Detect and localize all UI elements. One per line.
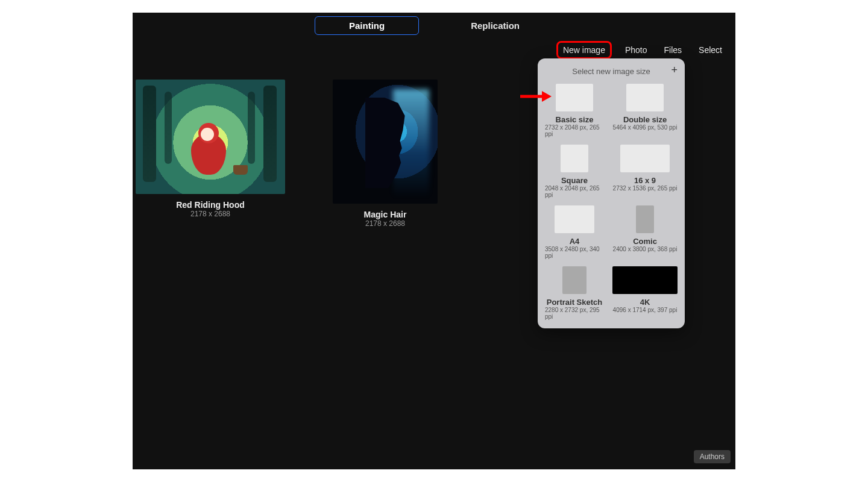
size-dimensions: 2280 x 2732 px, 295 ppi — [545, 307, 604, 320]
size-option[interactable]: Portrait Sketch2280 x 2732 px, 295 ppi — [545, 266, 604, 320]
size-option[interactable]: Basic size2732 x 2048 px, 265 ppi — [545, 84, 604, 137]
new-image-button[interactable]: New image — [556, 41, 612, 59]
size-label: Square — [561, 176, 588, 185]
size-option[interactable]: Comic2400 x 3800 px, 368 ppi — [612, 205, 678, 259]
size-swatch — [555, 205, 594, 233]
add-custom-size-button[interactable]: + — [671, 64, 678, 75]
gallery-item[interactable]: Red Riding Hood 2178 x 2688 — [135, 80, 286, 228]
gallery-item[interactable]: Magic Hair 2178 x 2688 — [310, 80, 461, 228]
size-swatch — [561, 145, 588, 172]
size-dimensions: 4096 x 1714 px, 397 ppi — [613, 307, 678, 313]
popover-title: Select new image size — [572, 67, 650, 76]
size-swatch — [562, 266, 587, 294]
gallery-item-title: Magic Hair — [364, 210, 407, 219]
gallery-thumbnail — [333, 80, 438, 204]
authors-button[interactable]: Authors — [694, 450, 731, 463]
size-swatch — [620, 145, 670, 172]
size-swatch — [636, 205, 654, 233]
size-dimensions: 5464 x 4096 px, 530 ppi — [613, 124, 678, 131]
gallery-thumbnail — [136, 80, 285, 194]
gallery-item-dimensions: 2178 x 2688 — [365, 219, 405, 228]
size-label: Comic — [633, 237, 657, 246]
size-label: Double size — [623, 115, 667, 124]
size-option[interactable]: 16 x 92732 x 1536 px, 265 ppi — [612, 145, 678, 198]
photo-button[interactable]: Photo — [621, 43, 651, 57]
gallery-item-title: Red Riding Hood — [176, 200, 245, 210]
size-dimensions: 2048 x 2048 px, 265 ppi — [545, 185, 604, 198]
size-option[interactable]: Double size5464 x 4096 px, 530 ppi — [612, 84, 678, 137]
size-dimensions: 3508 x 2480 px, 340 ppi — [545, 246, 604, 259]
new-image-size-popover: Select new image size + Basic size2732 x… — [538, 58, 685, 328]
select-button[interactable]: Select — [695, 43, 726, 57]
size-swatch — [612, 266, 678, 294]
size-label: Portrait Sketch — [547, 298, 602, 307]
size-label: 4K — [640, 298, 650, 307]
mode-tabs: Painting Replication — [133, 13, 735, 35]
size-swatch — [556, 84, 593, 111]
gallery-item-dimensions: 2178 x 2688 — [190, 210, 230, 218]
size-option[interactable]: Square2048 x 2048 px, 265 ppi — [545, 145, 604, 198]
size-option[interactable]: 4K4096 x 1714 px, 397 ppi — [612, 266, 678, 320]
size-dimensions: 2732 x 1536 px, 265 ppi — [613, 185, 678, 192]
size-label: A4 — [570, 237, 580, 246]
size-label: 16 x 9 — [634, 176, 656, 185]
tab-painting[interactable]: Painting — [315, 16, 419, 35]
size-option[interactable]: A43508 x 2480 px, 340 ppi — [545, 205, 604, 259]
files-button[interactable]: Files — [661, 43, 686, 57]
size-swatch — [626, 84, 664, 111]
size-dimensions: 2732 x 2048 px, 265 ppi — [545, 124, 604, 137]
size-dimensions: 2400 x 3800 px, 368 ppi — [613, 246, 678, 252]
size-label: Basic size — [556, 115, 594, 124]
tab-replication[interactable]: Replication — [437, 17, 553, 34]
